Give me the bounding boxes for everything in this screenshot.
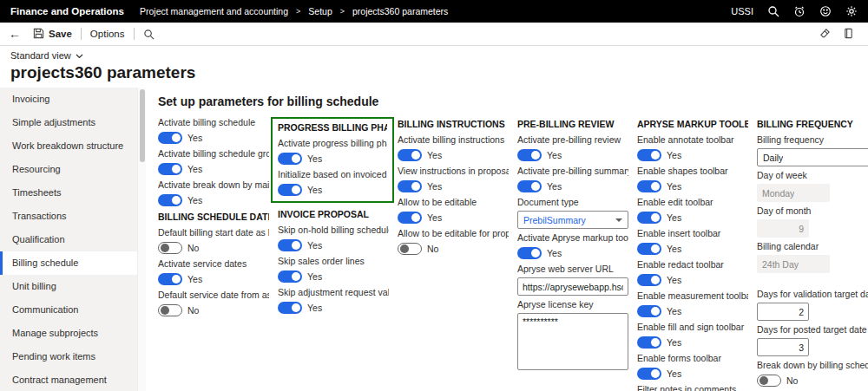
toggle-switch[interactable] — [398, 149, 422, 161]
toggle-activate-billing-schedule[interactable]: Yes — [158, 131, 269, 145]
toggle-switch[interactable] — [278, 153, 302, 165]
search-icon[interactable] — [767, 5, 779, 17]
toggle-knob — [651, 151, 660, 160]
sidebar-item-simple-adjustments[interactable]: Simple adjustments — [0, 111, 137, 134]
toggle-allow-to-be-editable[interactable]: Yes — [398, 211, 509, 225]
toggle-switch[interactable] — [637, 305, 661, 317]
field-enable-forms-toolbar: Enable forms toolbarYes — [637, 353, 748, 381]
form-column-2: PROGRESS BILLING PHASESActivate progress… — [278, 117, 389, 391]
toggle-switch[interactable] — [757, 375, 781, 387]
toggle-enable-edit-toolbar[interactable]: Yes — [637, 211, 748, 225]
toggle-enable-shapes-toolbar[interactable]: Yes — [637, 179, 748, 193]
toggle-break-down-by-billing-schedule-g[interactable]: No — [757, 374, 868, 388]
sidebar-item-qualification[interactable]: Qualification — [0, 228, 137, 251]
breadcrumb-item-setup[interactable]: Setup — [308, 6, 332, 16]
toggle-allow-to-be-editable-for-proposal[interactable]: No — [398, 242, 509, 256]
toggle-switch[interactable] — [637, 243, 661, 255]
toggle-switch[interactable] — [278, 302, 302, 314]
sidebar-item-resourcing[interactable]: Resourcing — [0, 158, 137, 181]
toggle-switch[interactable] — [158, 304, 182, 316]
toggle-switch[interactable] — [278, 270, 302, 283]
toggle-switch[interactable] — [637, 336, 661, 349]
toggle-skip-adjustment-request-validation[interactable]: Yes — [278, 301, 389, 315]
toggle-initialize-based-on-invoiced-amo[interactable]: Yes — [278, 183, 387, 197]
toggle-switch[interactable] — [637, 149, 661, 161]
toggle-skip-sales-order-lines[interactable]: Yes — [278, 270, 389, 283]
textarea-apryse-license-key[interactable]: ********** — [517, 313, 628, 370]
toggle-switch[interactable] — [158, 242, 182, 254]
toggle-activate-pre-billing-summary[interactable]: Yes — [517, 179, 628, 193]
toggle-default-service-date-from-as-blank[interactable]: No — [158, 303, 269, 317]
sidebar-item-timesheets[interactable]: Timesheets — [0, 181, 137, 205]
toggle-switch[interactable] — [517, 180, 542, 192]
feedback-smiley-icon[interactable] — [819, 5, 832, 17]
save-button[interactable]: Save — [33, 28, 72, 41]
toggle-view-instructions-in-proposal[interactable]: Yes — [398, 179, 509, 193]
toggle-switch[interactable] — [398, 180, 422, 192]
toggle-switch[interactable] — [158, 132, 182, 144]
input-apryse-web-server-url[interactable]: https://aprysewebapp.hsopro... — [517, 277, 628, 296]
toggle-switch[interactable] — [517, 149, 542, 161]
eraser-icon[interactable] — [819, 28, 831, 41]
toggle-skip-on-hold-billing-schedule-lines[interactable]: Yes — [278, 238, 389, 252]
toggle-switch[interactable] — [158, 273, 182, 285]
sidebar-item-manage-subprojects[interactable]: Manage subprojects — [0, 322, 137, 345]
toggle-enable-insert-toolbar[interactable]: Yes — [637, 242, 748, 256]
toggle-switch[interactable] — [158, 194, 182, 206]
sidebar-item-pending-work-items[interactable]: Pending work items — [0, 345, 137, 368]
toggle-enable-forms-toolbar[interactable]: Yes — [637, 367, 748, 381]
alarm-clock-icon[interactable] — [793, 5, 806, 17]
scrollbar-thumb[interactable] — [140, 89, 145, 162]
toggle-activate-break-down-by-main-pro[interactable]: Yes — [158, 193, 269, 207]
toggle-switch[interactable] — [637, 368, 661, 380]
sidebar-scrollbar[interactable] — [137, 88, 146, 391]
toggle-switch[interactable] — [278, 239, 302, 251]
back-arrow-icon[interactable]: ← — [9, 27, 21, 41]
sidebar: InvoicingSimple adjustmentsWork breakdow… — [0, 88, 137, 391]
sidebar-item-contract-management[interactable]: Contract management — [0, 368, 137, 391]
toggle-enable-redact-toolbar[interactable]: Yes — [637, 273, 748, 287]
app-name[interactable]: Finance and Operations — [10, 6, 124, 16]
field-label: Skip sales order lines — [278, 256, 389, 267]
sidebar-item-transactions[interactable]: Transactions — [0, 205, 137, 228]
breadcrumb-item-projects360-parameters[interactable]: projects360 parameters — [352, 6, 448, 16]
toggle-switch[interactable] — [398, 212, 422, 224]
environment-label[interactable]: USSI — [731, 6, 753, 16]
dropdown-billing-frequency[interactable]: Daily — [757, 148, 868, 166]
toggle-switch[interactable] — [158, 163, 182, 175]
dropdown-value: Daily — [763, 153, 783, 163]
toggle-switch[interactable] — [637, 212, 661, 224]
toggle-activate-apryse-markup-tool[interactable]: Yes — [517, 246, 628, 260]
sidebar-item-work-breakdown-structure[interactable]: Work breakdown structure — [0, 134, 137, 158]
settings-gear-icon[interactable] — [845, 5, 858, 17]
highlight-box: PROGRESS BILLING PHASESActivate progress… — [271, 117, 394, 203]
toggle-switch[interactable] — [637, 180, 661, 192]
dropdown-document-type[interactable]: PrebilSummary — [517, 211, 628, 229]
toggle-activate-pre-billing-review[interactable]: Yes — [517, 148, 628, 162]
sidebar-item-unit-billing[interactable]: Unit billing — [0, 275, 137, 298]
sidebar-item-billing-schedule[interactable]: Billing schedule — [0, 251, 137, 275]
search-icon[interactable] — [143, 29, 155, 40]
toggle-switch[interactable] — [517, 247, 542, 259]
sidebar-item-invoicing[interactable]: Invoicing — [0, 88, 137, 111]
toggle-enable-annotate-toolbar[interactable]: Yes — [637, 148, 748, 162]
book-icon[interactable] — [843, 28, 854, 41]
toggle-activate-billing-schedule-groups[interactable]: Yes — [158, 162, 269, 176]
toggle-activate-billing-instructions[interactable]: Yes — [398, 148, 509, 162]
input-days-for-posted-target-date[interactable]: 3 — [757, 338, 809, 356]
section-header-invoice-proposal: INVOICE PROPOSAL — [278, 209, 389, 219]
options-button[interactable]: Options — [90, 29, 125, 39]
field-break-down-by-billing-schedule-g: Break down by billing schedule g...No — [757, 360, 868, 388]
toggle-switch[interactable] — [637, 274, 661, 286]
toggle-activate-progress-billing-phases[interactable]: Yes — [278, 152, 387, 166]
toggle-enable-fill-and-sign-toolbar[interactable]: Yes — [637, 336, 748, 349]
toggle-enable-measurement-toolbar[interactable]: Yes — [637, 304, 748, 318]
view-selector[interactable]: Standard view — [10, 50, 868, 61]
input-days-for-validation-target-date[interactable]: 2 — [757, 303, 809, 321]
toggle-default-billing-start-date-as-blank[interactable]: No — [158, 241, 269, 255]
toggle-switch[interactable] — [278, 184, 302, 196]
toggle-switch[interactable] — [398, 243, 422, 255]
breadcrumb-item-project-management-and-accounting[interactable]: Project management and accounting — [140, 6, 288, 16]
sidebar-item-communication[interactable]: Communication — [0, 298, 137, 322]
toggle-activate-service-dates[interactable]: Yes — [158, 272, 269, 286]
